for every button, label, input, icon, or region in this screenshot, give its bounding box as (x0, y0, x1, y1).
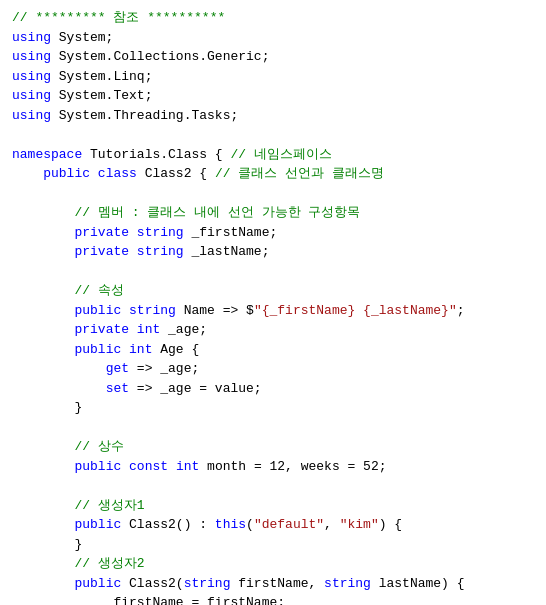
code-token (129, 322, 137, 337)
code-token (12, 205, 74, 220)
code-token (12, 400, 74, 415)
code-token (12, 303, 74, 318)
code-token: // 상수 (74, 439, 123, 454)
code-token (12, 166, 43, 181)
code-token (12, 498, 74, 513)
code-token (129, 225, 137, 240)
code-token: => _age; (129, 361, 199, 376)
code-token: Tutorials.Class { (82, 147, 230, 162)
code-line: } (12, 398, 534, 418)
code-token (121, 459, 129, 474)
code-line (12, 184, 534, 204)
code-token: firstName, (230, 576, 324, 591)
code-token: string (184, 576, 231, 591)
code-line: namespace Tutorials.Class { // 네임스페이스 (12, 145, 534, 165)
code-token: using (12, 69, 51, 84)
code-line: // 생성자2 (12, 554, 534, 574)
code-line: get => _age; (12, 359, 534, 379)
code-token: class (98, 166, 137, 181)
code-token (12, 517, 74, 532)
code-token: int (137, 322, 160, 337)
code-token: public (74, 342, 121, 357)
code-token: private (74, 322, 129, 337)
code-token: private (74, 225, 129, 240)
code-line: public Class2(string firstName, string l… (12, 574, 534, 594)
code-token: // 네임스페이스 (230, 147, 331, 162)
code-token: Age { (152, 342, 199, 357)
code-token: _firstName = firstName; (106, 595, 285, 605)
code-token: } (74, 400, 82, 415)
code-line: using System.Threading.Tasks; (12, 106, 534, 126)
code-token (12, 322, 74, 337)
code-token: // 클래스 선언과 클래스명 (215, 166, 384, 181)
code-token: month = 12, weeks = 52; (199, 459, 386, 474)
code-token: // 속성 (74, 283, 123, 298)
code-line: using System.Collections.Generic; (12, 47, 534, 67)
code-token (12, 283, 74, 298)
code-token (12, 537, 74, 552)
code-token: System; (51, 30, 113, 45)
code-line: // 생성자1 (12, 496, 534, 516)
code-line (12, 418, 534, 438)
code-token: // 멤버 : 클래스 내에 선언 가능한 구성항목 (74, 205, 360, 220)
code-token (12, 244, 74, 259)
code-token: using (12, 49, 51, 64)
code-token: using (12, 88, 51, 103)
code-line (12, 125, 534, 145)
code-token (121, 342, 129, 357)
code-token: public (74, 459, 121, 474)
code-token: lastName) { (371, 576, 465, 591)
code-token: } (74, 537, 82, 552)
code-token: using (12, 30, 51, 45)
code-line (12, 476, 534, 496)
code-token (121, 303, 129, 318)
code-token: public (43, 166, 90, 181)
code-line: public const int month = 12, weeks = 52; (12, 457, 534, 477)
code-token (12, 225, 74, 240)
code-token: this (215, 517, 246, 532)
code-line (12, 262, 534, 282)
code-token: _age; (160, 322, 207, 337)
code-token: namespace (12, 147, 82, 162)
code-line: _firstName = firstName; (12, 593, 534, 605)
code-token (12, 439, 74, 454)
code-token: string (129, 303, 176, 318)
code-token: set (106, 381, 129, 396)
code-token: const (129, 459, 168, 474)
code-token: private (74, 244, 129, 259)
code-token (12, 381, 106, 396)
code-line: private string _firstName; (12, 223, 534, 243)
code-editor: // ********* 참조 **********using System;u… (12, 8, 534, 605)
code-token: System.Threading.Tasks; (51, 108, 238, 123)
code-token (12, 342, 74, 357)
code-token (12, 576, 74, 591)
code-line: public class Class2 { // 클래스 선언과 클래스명 (12, 164, 534, 184)
code-token: int (129, 342, 152, 357)
code-token (129, 244, 137, 259)
code-line: // 속성 (12, 281, 534, 301)
code-line: // 상수 (12, 437, 534, 457)
code-line: set => _age = value; (12, 379, 534, 399)
code-line: private int _age; (12, 320, 534, 340)
code-line: public Class2() : this("default", "kim")… (12, 515, 534, 535)
code-line: } (12, 535, 534, 555)
code-token: string (137, 244, 184, 259)
code-token: // ********* 참조 ********** (12, 10, 225, 25)
code-token: string (324, 576, 371, 591)
code-line: private string _lastName; (12, 242, 534, 262)
code-token: Class2() : (121, 517, 215, 532)
code-token: string (137, 225, 184, 240)
code-token: public (74, 303, 121, 318)
code-token: Class2( (121, 576, 183, 591)
code-token: ("default", "kim") { (246, 517, 402, 532)
code-token: System.Collections.Generic; (51, 49, 269, 64)
code-token (12, 459, 74, 474)
code-token: // 생성자2 (74, 556, 144, 571)
code-token: // 생성자1 (74, 498, 144, 513)
code-token: Class2 { (137, 166, 215, 181)
code-token: public (74, 576, 121, 591)
code-line: public string Name => $"{_firstName} {_l… (12, 301, 534, 321)
code-token (12, 556, 74, 571)
code-token (168, 459, 176, 474)
code-token: int (176, 459, 199, 474)
